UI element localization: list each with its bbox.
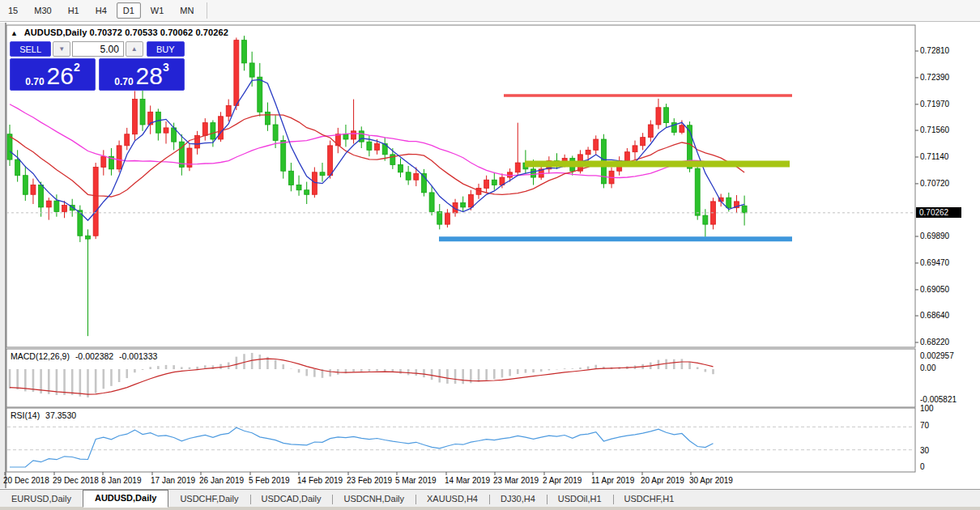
price-axis-label: 0.72810 [920,46,949,55]
candle-body [258,77,262,112]
candle-body [156,112,160,133]
candle-body [633,146,637,152]
macd-caption: MACD(12,26,9) -0.002382 -0.001333 [11,351,160,361]
rsi-axis-label: 30 [920,446,929,455]
candle-body [328,146,333,176]
chart-tab-usdoil-h1[interactable]: USDOil,H1 [547,491,613,507]
price-axis-label: 0.69470 [920,258,949,267]
buy-price-pips: 28 [136,65,163,87]
chart-tab-xauusd-h4[interactable]: XAUUSD,H4 [415,491,489,507]
candle-body [343,134,348,139]
candle-body [461,202,466,206]
candle-body [296,185,301,189]
candle-body [46,201,51,207]
candle-body [624,152,629,161]
candle-body [164,128,168,133]
chevron-up-icon: ▲ [131,45,138,53]
rsi-axis-label: 0 [920,462,925,471]
date-axis-label: 8 Jan 2019 [101,476,142,485]
date-axis-label: 23 Feb 2019 [347,476,392,485]
date-axis-label: 23 Mar 2019 [493,476,539,485]
one-click-trade-panel: SELL ▼ ▲ BUY 0.70 26 2 0.70 28 3 [10,41,185,91]
price-axis-label: 0.71970 [920,100,949,108]
volume-increase-button[interactable]: ▲ [126,41,143,57]
candle-body [273,125,278,141]
sell-price-box[interactable]: 0.70 26 2 [10,58,96,91]
candle-body [265,112,270,125]
candle-body [648,125,653,138]
candle-body [594,139,599,150]
candle-body [508,172,513,177]
candle-body [312,172,317,194]
chevron-down-icon: ▼ [58,45,65,53]
sell-price-point: 2 [74,61,80,74]
candle-body [695,168,700,215]
candle-body [320,172,325,176]
price-axis-label: 0.71140 [920,152,948,161]
candle-body [492,180,496,185]
macd-label: MACD(12,26,9) [11,351,70,361]
chart-tab-usdcad-daily[interactable]: USDCAD,Daily [250,491,333,507]
date-axis-label: 29 Dec 2018 [53,476,99,485]
rsi-label: RSI(14) [11,410,40,420]
macd-axis-label: 0.00 [920,363,935,372]
date-axis-label: 14 Mar 2019 [445,476,490,485]
candle-body [288,171,293,185]
candle-body [445,213,450,224]
date-axis-label: 14 Feb 2019 [297,476,343,485]
price-axis-label: 0.72390 [920,73,949,82]
candle-body [656,108,661,125]
date-axis-label: 2 Apr 2019 [543,476,582,485]
terminal-window: 15M30H1H4D1W1MN ▲ AUDUSD,Daily 0.70372 0… [0,0,980,510]
buy-price-box[interactable]: 0.70 28 3 [99,58,185,91]
price-axis-label: 0.68220 [920,338,949,346]
sell-button[interactable]: SELL [10,41,51,57]
candle-body [468,194,473,207]
chart-tab-usdchf-daily[interactable]: USDCHF,Daily [168,491,249,507]
candle-body [86,236,91,239]
candle-body [132,100,137,134]
date-axis-label: 30 Apr 2019 [689,476,733,485]
candle-body [437,211,442,224]
candle-body [101,156,106,167]
candle-body [219,117,224,139]
volume-input[interactable] [72,41,124,57]
volume-decrease-button[interactable]: ▼ [53,41,70,57]
price-axis-label: 0.69890 [920,232,949,240]
chart-title: ▲ AUDUSD,Daily 0.70372 0.70533 0.70062 0… [11,28,228,37]
candle-body [742,206,747,213]
price-axis-label: 0.70720 [920,179,949,188]
sell-price-base: 0.70 [25,76,44,87]
buy-button[interactable]: BUY [147,41,185,57]
candle-body [281,141,286,172]
date-axis-label: 20 Apr 2019 [641,476,684,485]
candle-body [140,100,145,125]
chart-tab-usdchf-h1[interactable]: USDCHF,H1 [613,491,686,507]
candle-body [39,185,44,206]
candle-body [703,215,708,224]
candle-body [352,131,356,139]
candle-body [117,146,121,169]
macd-axis-label: 0.002957 [920,351,954,360]
chart-shift-icon: ▲ [11,29,18,37]
candle-body [211,123,215,139]
rsi-value: 37.3530 [45,410,76,420]
candle-body [367,142,372,150]
candle-body [249,63,254,77]
current-price-tag: 0.70262 [916,207,961,218]
buy-price-point: 3 [163,61,169,74]
candle-body [93,168,98,236]
date-axis-label: 17 Jan 2019 [151,476,195,485]
chart-tab-audusd-daily[interactable]: AUDUSD,Daily [83,490,168,508]
chart-tab-usdcnh-daily[interactable]: USDCNH,Daily [332,491,415,507]
date-axis-label: 5 Feb 2019 [249,476,290,485]
candle-body [23,176,28,195]
chart-tab-dj30-h4[interactable]: DJ30,H4 [489,491,547,507]
rsi-axis-label: 70 [920,421,929,430]
candle-body [484,180,489,188]
macd-axis-label: -0.005821 [920,395,957,404]
chart-tab-eurusd-daily[interactable]: EURUSD,Daily [0,491,83,507]
sell-price-pips: 26 [47,65,74,87]
candle-body [414,173,419,180]
candle-body [586,150,590,154]
